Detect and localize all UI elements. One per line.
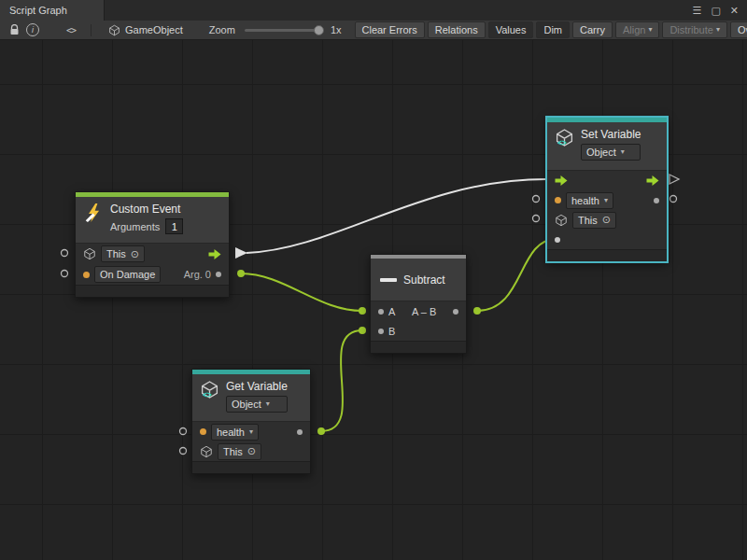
chevron-down-icon: ▾ [716,26,720,34]
event-name-value: On Damage [100,269,155,280]
port-subtract-result-out[interactable] [473,307,481,315]
variable-name-port[interactable] [200,428,206,435]
flow-out-port[interactable] [646,175,659,186]
arg0-port[interactable] [216,272,221,277]
event-name-field[interactable]: On Damage [94,266,161,283]
subtract-row-a: A A – B [371,301,466,321]
node-title: Set Variable [581,128,641,141]
port-getvariable-value-out[interactable] [317,427,325,435]
cube-icon [108,24,120,36]
clear-errors-label: Clear Errors [362,24,417,35]
close-icon[interactable]: ✕ [730,6,739,16]
port-customevent-target-in[interactable] [62,250,68,257]
custom-event-target-row: This ⊙ [76,244,229,264]
values-label: Values [496,24,527,35]
variable-name-port[interactable] [555,197,561,203]
arguments-label: Arguments [110,221,160,232]
input-b-port[interactable] [378,329,384,334]
chevron-down-icon: ▾ [621,148,625,156]
port-subtract-a-in[interactable] [359,307,366,315]
flow-in-port[interactable] [555,175,568,186]
info-button[interactable]: i [23,22,42,38]
subtract-body: A A – B B [371,301,466,341]
scope-dropdown[interactable]: Object ▾ [581,144,641,161]
port-subtract-b-in[interactable] [359,327,366,334]
scope-dropdown[interactable]: Object ▾ [226,396,288,413]
object-picker-icon: ⊙ [247,446,256,456]
zoom-slider[interactable] [245,29,323,32]
port-setvariable-value-out[interactable] [670,196,677,203]
gameobject-label: GameObject [125,24,183,35]
result-label: A – B [412,306,436,317]
wire-flow-start-arrow [235,247,247,259]
tab-script-graph[interactable]: Script Graph [0,0,105,21]
wire-getvariable-subtract-b[interactable] [321,330,362,431]
variable-name-dropdown[interactable]: health ▾ [566,192,613,209]
node-title: Get Variable [226,380,288,393]
relations-toggle[interactable]: Relations [428,21,486,38]
port-customevent-arg0-out[interactable] [237,270,245,277]
target-dropdown[interactable]: This ⊙ [572,212,616,229]
port-setvariable-name-in[interactable] [533,196,540,203]
event-name-port[interactable] [83,272,90,278]
set-variable-target-row: This ⊙ [547,210,667,230]
graph-toolbar: i <> GameObject Zoom 1x Clear Errors Rel… [0,21,747,40]
custom-event-header: Custom Event Arguments 1 [76,197,229,244]
edit-graph-button[interactable]: <> [59,22,83,38]
zoom-slider-handle[interactable] [314,25,324,35]
gameobject-cube-icon [200,445,213,458]
input-a-port[interactable] [378,309,384,315]
port-setvariable-target-in[interactable] [533,216,540,222]
set-variable-body: health ▾ This ⊙ [547,171,667,249]
subtract-header: Subtract [371,259,466,301]
arg0-label: Arg. 0 [184,269,211,280]
port-setvariable-flow-out[interactable] [669,175,679,184]
value-in-port[interactable] [555,237,560,243]
chevron-down-icon: ▾ [604,197,608,204]
align-dropdown[interactable]: Align ▾ [615,21,659,38]
port-customevent-name-in[interactable] [62,271,68,277]
carry-label: Carry [580,24,605,35]
wire-arg0-subtract-a[interactable] [241,273,362,311]
relations-label: Relations [435,24,478,35]
node-custom-event[interactable]: Custom Event Arguments 1 This ⊙ [75,191,230,298]
port-getvariable-target-in[interactable] [180,448,187,455]
wire-flow-customevent-setvariable[interactable] [247,179,546,253]
graph-canvas[interactable]: Custom Event Arguments 1 This ⊙ [0,40,747,560]
get-variable-header: <> Get Variable Object ▾ [192,374,310,422]
value-out-port[interactable] [297,429,303,435]
dim-toggle[interactable]: Dim [536,21,570,38]
overview-button[interactable]: Overview [730,21,747,38]
node-subtract[interactable]: Subtract A A – B B [370,254,467,354]
get-variable-body: health ▾ This ⊙ [192,422,310,461]
flow-out-port[interactable] [208,249,221,259]
values-toggle[interactable]: Values [488,21,534,38]
chevron-down-icon: ▾ [648,26,652,34]
arguments-field[interactable]: 1 [165,218,183,234]
tab-label: Script Graph [9,5,67,16]
input-b-label: B [388,326,395,337]
node-set-variable[interactable]: <> Set Variable Object ▾ [546,117,668,262]
lock-button[interactable] [5,22,23,38]
variable-name-dropdown[interactable]: health ▾ [211,424,259,441]
code-icon: <> [66,25,76,35]
info-icon: i [26,23,39,36]
scope-value: Object [586,147,616,158]
clear-errors-button[interactable]: Clear Errors [355,21,425,38]
carry-toggle[interactable]: Carry [572,21,613,38]
panel-menu-icon[interactable]: ☰ [693,6,702,16]
variable-name-value: health [571,195,599,206]
target-dropdown[interactable]: This ⊙ [218,443,261,460]
gameobject-reference[interactable]: GameObject [108,24,183,36]
set-variable-value-row [547,230,667,249]
target-dropdown[interactable]: This ⊙ [101,245,145,262]
custom-event-name-row: On Damage Arg. 0 [76,264,229,285]
result-port[interactable] [453,309,458,315]
distribute-dropdown[interactable]: Distribute ▾ [662,21,726,38]
maximize-icon[interactable]: ▢ [711,6,720,16]
value-out-port[interactable] [654,198,659,203]
port-getvariable-name-in[interactable] [180,428,187,435]
node-get-variable[interactable]: <> Get Variable Object ▾ health ▾ [191,369,311,474]
custom-event-body: This ⊙ On Damage Arg. 0 [76,244,229,285]
wire-subtract-setvariable-value[interactable] [477,239,557,311]
